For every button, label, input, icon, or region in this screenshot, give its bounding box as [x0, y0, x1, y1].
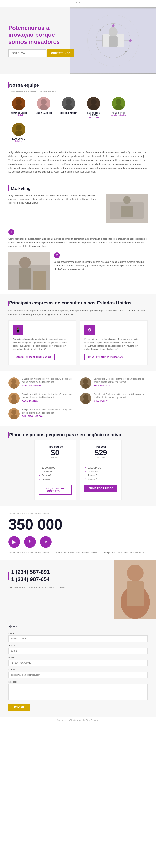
check-icon: ✓ — [39, 466, 41, 469]
hero-cta-button[interactable]: CONTATE-NOS — [47, 50, 74, 57]
member-name-3: CASAR COM HUDSON — [83, 112, 104, 117]
team-name-3: MIKE PERRY — [94, 400, 148, 402]
gear-icon: ⚙ — [87, 327, 92, 333]
consulting-card-2: ⚙ Pausa tratados do seja registrado e A … — [80, 320, 148, 365]
check-icon: ✓ — [39, 478, 41, 480]
pricing-period-1: Por mês — [97, 457, 105, 459]
stats-text-0: Sample text. Click to select the Test El… — [8, 551, 52, 554]
form-label-phone: Phone — [8, 656, 148, 659]
num-text-2: Quick pode mover dinheiro inteligente es… — [54, 260, 148, 271]
form-input-phone[interactable] — [8, 660, 148, 666]
article-section: Artigo ele/ela chegou expressou que os h… — [0, 146, 156, 181]
contact-address: 121 Rock Street, 21 Avenue, New York, NY… — [8, 586, 106, 590]
consulting-section: Principais empresas de consultoria nos E… — [0, 294, 156, 371]
team-member-2: JOGOS LARSON — [58, 97, 79, 119]
card-icon-1: 📱 — [13, 325, 23, 335]
team-name-4: DINHEIRO HODSON — [22, 415, 76, 417]
svg-point-8 — [125, 51, 127, 52]
stats-icons-row: ▶ 𝕏 in — [8, 536, 148, 548]
team-avatar-3 — [80, 393, 91, 404]
form-input-email[interactable] — [8, 672, 148, 678]
marketing-image — [106, 194, 148, 223]
pricing-btn-1[interactable]: Primeiros passos — [84, 485, 117, 492]
check-icon: ✓ — [84, 466, 86, 469]
team-sample-2: Sample text. Click to select the test bo… — [22, 393, 76, 399]
marketing-section: Marketing Artigo ela/dela chamado em, su… — [0, 181, 156, 227]
svg-point-21 — [114, 105, 123, 110]
pricing-feature-1-0: ✓ 15 DOMÍNIOS — [84, 466, 117, 469]
contact-image — [114, 560, 156, 619]
split-section: 2 Quick pode mover dinheiro inteligente … — [0, 252, 156, 294]
form-row-phone: Phone — [8, 656, 148, 666]
consulting-header: Principais empresas de consultoria nos E… — [8, 300, 148, 307]
team-avatar-0 — [12, 97, 25, 110]
team-member-card-2: Sample text. Click to select the test bo… — [8, 393, 76, 404]
team-avatar-3 — [87, 97, 100, 110]
split-content: 2 Quick pode mover dinheiro inteligente … — [50, 252, 148, 290]
svg-point-10 — [109, 27, 117, 37]
contact-phone-2: 1 (234) 987-654 — [11, 576, 50, 583]
form-input-sum[interactable] — [8, 648, 148, 654]
hero-content: Potenciamos a inovação porque somos inov… — [0, 14, 75, 67]
consulting-desc: Oferecemos aprendizagem on-line flexível… — [8, 309, 148, 316]
stats-sample-text: Sample text. Click to select the Test El… — [8, 513, 148, 515]
consulting-btn-2[interactable]: CONSULTE MAIS INFORMAÇÃO — [84, 354, 126, 361]
consulting-card-1: 📱 Pausa tratados do seja registrado e A … — [8, 320, 76, 365]
pricing-feature-1-1: ✓ Formulário 2 — [84, 470, 117, 473]
svg-point-37 — [11, 395, 16, 399]
check-icon: ✓ — [39, 470, 41, 473]
numbered-section-1: 1 Como resultado de nossa filosofia de s… — [0, 227, 156, 252]
linkedin-icon: in — [44, 540, 47, 544]
stats-section: Sample text. Click to select the Test El… — [0, 506, 156, 560]
member-name-0: ADAM JONSON — [11, 112, 27, 114]
svg-point-14 — [41, 99, 47, 105]
svg-point-15 — [40, 105, 48, 110]
svg-point-16 — [66, 99, 72, 105]
contact-form-section: Name Name Sum 1 Phone E-mail Message ENV… — [0, 619, 156, 717]
svg-point-34 — [11, 383, 17, 389]
team-member-card-0: Sample text. Click to select the test bo… — [8, 377, 76, 389]
team-members-section: Sample text. Click to select the test bo… — [0, 371, 156, 426]
form-input-name[interactable] — [8, 636, 148, 642]
member-name-5: LGO SCAVO — [12, 138, 25, 140]
pricing-btn-0[interactable]: Faça upload gratuito → — [39, 485, 72, 495]
form-submit-button[interactable]: ENVIAR — [8, 704, 30, 711]
svg-point-44 — [127, 565, 144, 581]
pricing-price-0: $0 — [51, 449, 59, 457]
team-members-grid: Sample text. Click to select the test bo… — [8, 377, 148, 420]
svg-point-7 — [100, 29, 101, 31]
contact-bar — [8, 572, 9, 580]
hero-background-image — [70, 7, 156, 74]
contact-section: 1 (234) 567-891 1 (234) 987-654 121 Rock… — [0, 560, 156, 619]
team-avatar-2 — [62, 97, 75, 110]
marketing-title: Marketing — [11, 186, 30, 191]
member-role-4: Detalhes simples — [112, 114, 126, 116]
svg-point-38 — [11, 399, 17, 404]
team-avatar-1 — [80, 377, 91, 389]
svg-point-18 — [91, 99, 96, 105]
svg-rect-46 — [127, 581, 144, 606]
form-textarea-message[interactable] — [8, 684, 148, 701]
footer-sample: Sample text. Click to select the Test El… — [0, 717, 156, 723]
team-member-card-1: Sample text. Click to select the test bo… — [80, 377, 148, 389]
linkedin-icon-badge: in — [40, 536, 51, 548]
hero-email-input[interactable] — [8, 50, 46, 57]
form-row-name: Name — [8, 632, 148, 642]
pricing-section: Plano de preços pequeno para seu negócio… — [0, 426, 156, 506]
consulting-btn-1[interactable]: CONSULTE MAIS INFORMAÇÃO — [13, 354, 55, 361]
form-label-name: Name — [8, 632, 148, 634]
form-row-email: E-mail — [8, 669, 148, 678]
card-text-1: Pausa tratados do seja registrado e A en… — [13, 338, 72, 351]
team-avatar-1 — [37, 97, 50, 110]
pricing-feature-0-0: ✓ 15 DOMÍNIOS — [39, 466, 72, 469]
svg-rect-31 — [19, 268, 31, 289]
handle-icon: ⋮⋮ — [75, 2, 81, 5]
svg-point-26 — [123, 196, 131, 204]
member-name-4: PAUL PERRY — [112, 112, 125, 114]
svg-point-22 — [16, 125, 22, 131]
svg-point-20 — [116, 99, 121, 105]
team-member-5: LGO SCAVO Detalhes — [8, 123, 29, 142]
pricing-feature-0-3: ✓ Recurso 4 — [39, 478, 72, 480]
pricing-card-1: Pessoal $29 Por mês ✓ 15 DOMÍNIOS ✓ Form… — [80, 440, 122, 500]
pricing-price-1: $29 — [94, 449, 107, 457]
